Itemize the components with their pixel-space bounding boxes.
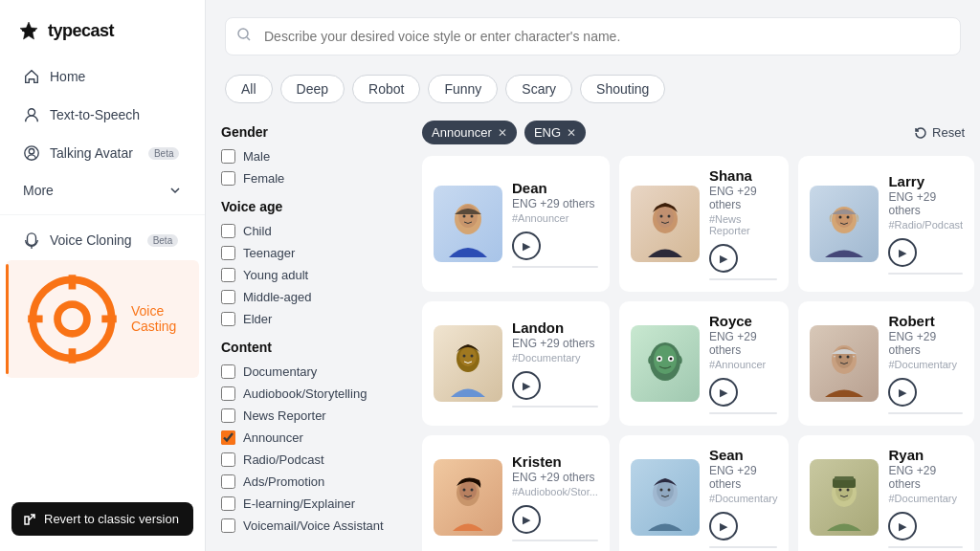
royce-tag: #Announcer <box>709 359 778 370</box>
external-link-icon <box>23 513 36 526</box>
filter-tag-shouting[interactable]: Shouting <box>580 75 665 103</box>
remove-announcer-filter[interactable]: ✕ <box>498 126 507 140</box>
filter-middle-aged[interactable]: Middle-aged <box>221 290 391 304</box>
sean-avatar <box>631 459 700 536</box>
svg-point-8 <box>57 304 87 334</box>
voice-casting-icon <box>23 270 122 368</box>
sidebar-item-home[interactable]: Home <box>6 58 199 95</box>
voice-card-kristen[interactable]: Kristen ENG +29 others #Audiobook/Stor..… <box>422 435 610 551</box>
filter-voicemail[interactable]: Voicemail/Voice Assistant <box>221 518 391 533</box>
search-input[interactable] <box>225 17 961 55</box>
documentary-checkbox[interactable] <box>221 364 235 379</box>
svg-point-24 <box>463 355 466 358</box>
ads-checkbox[interactable] <box>221 474 235 489</box>
female-checkbox[interactable] <box>221 171 235 186</box>
audiobook-checkbox[interactable] <box>221 386 235 401</box>
logo-area: typecast <box>0 0 205 57</box>
filter-tag-robot[interactable]: Robot <box>352 75 420 103</box>
main-content: All Deep Robot Funny Scary Shouting Gend… <box>206 0 980 551</box>
filter-tag-deep[interactable]: Deep <box>280 75 345 103</box>
search-bar-area <box>206 0 980 65</box>
filter-child[interactable]: Child <box>221 224 391 238</box>
reset-button[interactable]: Reset <box>914 125 965 140</box>
elder-checkbox[interactable] <box>221 312 235 326</box>
nav-divider <box>0 214 205 215</box>
shana-info: Shana ENG +29 others #News Reporter ▶ <box>709 167 778 280</box>
voice-card-landon[interactable]: Landon ENG +29 others #Documentary ▶ <box>422 301 610 426</box>
ryan-play-button[interactable]: ▶ <box>888 512 917 540</box>
teenager-checkbox[interactable] <box>221 246 235 260</box>
middle-aged-checkbox[interactable] <box>221 290 235 304</box>
voice-card-royce[interactable]: Royce ENG +29 others #Announcer ▶ <box>619 301 790 426</box>
chevron-down-icon <box>168 184 182 197</box>
voice-card-dean[interactable]: Dean ENG +29 others #Announcer ▶ <box>422 156 610 292</box>
svg-point-47 <box>847 489 850 492</box>
sidebar-item-avatar[interactable]: Talking Avatar Beta <box>6 135 199 171</box>
svg-point-2 <box>28 109 34 116</box>
active-filters-bar: Announcer ✕ ENG ✕ Reset <box>422 121 965 144</box>
avatar-icon <box>23 144 40 162</box>
sidebar-item-tts[interactable]: Text-to-Speech <box>6 97 199 133</box>
filter-tag-scary[interactable]: Scary <box>505 75 572 103</box>
more-label: More <box>23 183 54 198</box>
svg-point-13 <box>471 215 474 218</box>
radio-podcast-checkbox[interactable] <box>221 452 235 467</box>
svg-point-39 <box>471 489 474 492</box>
kristen-info: Kristen ENG +29 others #Audiobook/Stor..… <box>512 453 598 541</box>
voicemail-checkbox[interactable] <box>221 518 235 533</box>
filter-documentary[interactable]: Documentary <box>221 364 391 379</box>
kristen-play-button[interactable]: ▶ <box>512 505 541 534</box>
filter-news-reporter[interactable]: News Reporter <box>221 408 391 423</box>
sidebar-item-voice-cloning[interactable]: Voice Cloning Beta <box>6 222 199 258</box>
filter-ads[interactable]: Ads/Promotion <box>221 474 391 489</box>
male-checkbox[interactable] <box>221 149 235 164</box>
elder-label: Elder <box>243 312 272 326</box>
landon-play-button[interactable]: ▶ <box>512 371 541 400</box>
filter-tag-funny[interactable]: Funny <box>428 75 498 103</box>
royce-play-button[interactable]: ▶ <box>709 378 738 407</box>
young-adult-checkbox[interactable] <box>221 268 235 282</box>
filter-announcer[interactable]: Announcer <box>221 430 391 445</box>
filter-tag-all[interactable]: All <box>225 75 273 103</box>
kristen-avatar <box>434 459 502 536</box>
sean-play-button[interactable]: ▶ <box>709 512 738 540</box>
more-section[interactable]: More <box>6 173 199 208</box>
filter-male[interactable]: Male <box>221 149 391 164</box>
filter-teenager[interactable]: Teenager <box>221 246 391 260</box>
filter-audiobook[interactable]: Audiobook/Storytelling <box>221 386 391 401</box>
active-filter-eng[interactable]: ENG ✕ <box>524 121 586 144</box>
remove-eng-filter[interactable]: ✕ <box>567 126 576 140</box>
sean-progress <box>709 546 778 548</box>
child-checkbox[interactable] <box>221 224 235 238</box>
voice-card-ryan[interactable]: Ryan ENG +29 others #Documentary ▶ <box>798 435 974 551</box>
revert-button[interactable]: Revert to classic version <box>11 502 193 536</box>
news-reporter-checkbox[interactable] <box>221 408 235 423</box>
dean-tag: #Announcer <box>512 212 598 224</box>
voice-card-sean[interactable]: Sean ENG +29 others #Documentary ▶ <box>619 435 790 551</box>
svg-point-17 <box>667 215 670 218</box>
voice-cloning-icon <box>23 231 40 249</box>
filter-elearning[interactable]: E-learning/Explainer <box>221 496 391 511</box>
sidebar-item-voice-casting[interactable]: Voice Casting <box>6 260 199 378</box>
voice-cloning-badge: Beta <box>147 234 179 247</box>
svg-point-20 <box>839 216 842 219</box>
voice-card-shana[interactable]: Shana ENG +29 others #News Reporter ▶ <box>619 156 790 292</box>
filter-elder[interactable]: Elder <box>221 312 391 326</box>
dean-play-button[interactable]: ▶ <box>512 231 541 260</box>
sean-info: Sean ENG +29 others #Documentary ▶ <box>709 447 778 548</box>
voice-card-robert[interactable]: Robert ENG +29 others #Documentary ▶ <box>798 301 974 426</box>
dean-name: Dean <box>512 180 598 196</box>
elearning-checkbox[interactable] <box>221 496 235 511</box>
voice-card-larry[interactable]: Larry ENG +29 others #Radio/Podcast ▶ <box>798 156 974 292</box>
robert-play-button[interactable]: ▶ <box>888 378 917 407</box>
shana-tag: #News Reporter <box>709 213 778 236</box>
filter-young-adult[interactable]: Young adult <box>221 268 391 282</box>
filter-female[interactable]: Female <box>221 171 391 186</box>
shana-play-button[interactable]: ▶ <box>709 244 738 273</box>
svg-point-41 <box>657 480 674 501</box>
larry-play-button[interactable]: ▶ <box>888 238 917 267</box>
announcer-checkbox[interactable] <box>221 430 235 445</box>
active-filter-announcer[interactable]: Announcer ✕ <box>422 121 517 144</box>
filter-radio-podcast[interactable]: Radio/Podcast <box>221 452 391 467</box>
active-indicator <box>6 264 9 374</box>
